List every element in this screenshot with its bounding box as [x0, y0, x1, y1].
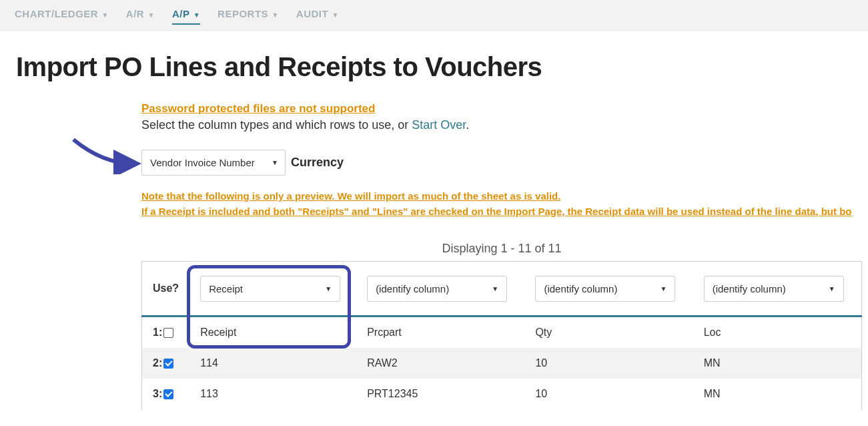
cell: PRT12345: [356, 379, 524, 409]
cell: 10: [524, 379, 693, 409]
chevron-down-icon: ▼: [191, 11, 200, 19]
chevron-down-icon: ▼: [492, 285, 498, 292]
table-row: 1: Receipt Prcpart Qty Loc: [142, 316, 862, 349]
chevron-down-icon: ▼: [270, 11, 279, 19]
cell: MN: [693, 379, 862, 409]
cell: Loc: [693, 316, 862, 349]
annotation-arrow-icon: [69, 134, 141, 174]
col-header-use: Use?: [142, 262, 190, 316]
currency-label: Currency: [291, 156, 344, 170]
start-over-link[interactable]: Start Over: [412, 118, 466, 132]
preview-notes: Note that the following is only a previe…: [141, 189, 852, 219]
display-count: Displaying 1 - 11 of 11: [141, 242, 862, 256]
cell: Receipt: [189, 316, 356, 349]
row-index-use[interactable]: 3:: [153, 388, 173, 400]
column-type-select-1[interactable]: (identify column) ▼: [367, 276, 507, 302]
row-use-checkbox[interactable]: [163, 328, 173, 338]
nav-ar[interactable]: A/R ▼: [126, 5, 155, 25]
nav-ap[interactable]: A/P ▼: [172, 5, 200, 25]
chevron-down-icon: ▼: [661, 285, 667, 292]
instruction-text: Select the column types and which rows t…: [141, 118, 852, 132]
password-warning-link[interactable]: Password protected files are not support…: [141, 102, 375, 115]
chevron-down-icon: ▼: [272, 159, 278, 166]
cell: Qty: [524, 316, 693, 349]
top-column-select[interactable]: Vendor Invoice Number ▼: [141, 150, 286, 176]
cell: MN: [693, 348, 862, 379]
page-title: Import PO Lines and Receipts to Vouchers: [16, 52, 852, 82]
cell: Prcpart: [356, 316, 524, 349]
chevron-down-icon: ▼: [99, 11, 109, 19]
preview-table: Use? Receipt ▼ (identify column) ▼: [141, 261, 862, 409]
table-row: 3: 113 PRT12345 10 MN: [142, 379, 862, 409]
row-use-checkbox[interactable]: [163, 389, 173, 399]
table-row: 2: 114 RAW2 10 MN: [142, 348, 862, 379]
column-type-select-2[interactable]: (identify column) ▼: [535, 276, 675, 302]
nav-reports[interactable]: REPORTS ▼: [218, 5, 279, 25]
cell: 113: [189, 379, 356, 409]
chevron-down-icon: ▼: [145, 11, 155, 19]
nav-chart-ledger[interactable]: CHART/LEDGER ▼: [15, 5, 109, 25]
column-type-select-0[interactable]: Receipt ▼: [200, 276, 340, 302]
row-index-use[interactable]: 2:: [153, 357, 173, 369]
top-nav: CHART/LEDGER ▼ A/R ▼ A/P ▼ REPORTS ▼ AUD…: [0, 0, 868, 31]
nav-audit[interactable]: AUDIT ▼: [296, 5, 339, 25]
content-area: Password protected files are not support…: [141, 102, 852, 409]
column-type-select-3[interactable]: (identify column) ▼: [704, 276, 844, 302]
row-use-checkbox[interactable]: [163, 359, 173, 369]
row-index-use[interactable]: 1:: [153, 327, 173, 339]
chevron-down-icon: ▼: [325, 285, 332, 292]
chevron-down-icon: ▼: [330, 11, 339, 19]
cell: RAW2: [356, 348, 524, 379]
chevron-down-icon: ▼: [829, 285, 835, 292]
cell: 10: [524, 348, 693, 379]
cell: 114: [189, 348, 356, 379]
